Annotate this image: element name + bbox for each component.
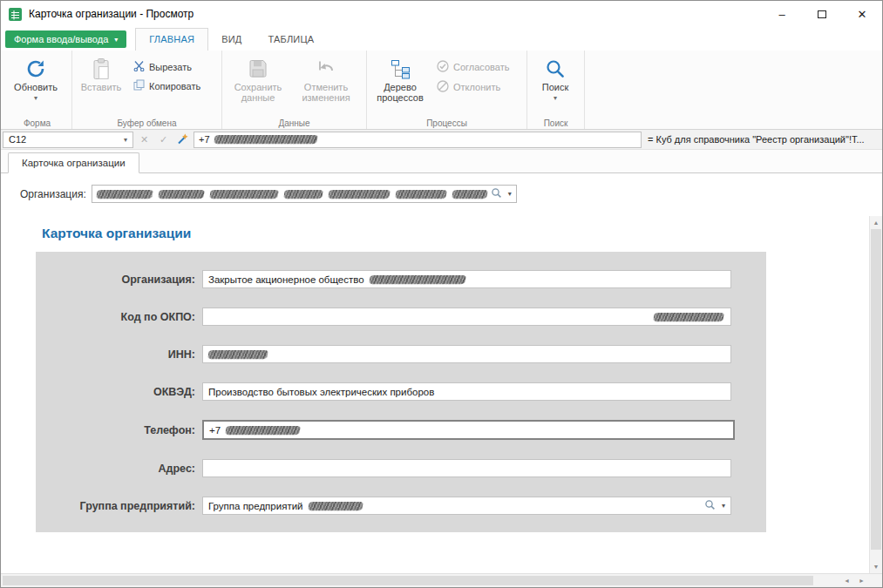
redacted-text <box>328 190 391 199</box>
process-small-buttons: Согласовать Отклонить <box>431 53 514 96</box>
close-button[interactable]: ✕ <box>842 1 882 27</box>
cell-value-prefix: +7 <box>199 134 210 145</box>
tab-glavnaya[interactable]: ГЛАВНАЯ <box>135 28 208 51</box>
paste-button: Вставить <box>74 53 128 95</box>
minimize-button[interactable]: – <box>762 1 802 27</box>
redacted-text <box>158 190 205 199</box>
title-bar: Карточка огранизации - Просмотр – ✕ <box>1 1 882 27</box>
save-icon <box>248 56 268 82</box>
group-label: Процессы <box>367 118 526 128</box>
tab-label: ГЛАВНАЯ <box>149 34 194 44</box>
button-label: Отменить изменения <box>295 82 357 103</box>
lookup-search-icon[interactable] <box>704 499 716 512</box>
process-tree-icon <box>389 56 411 82</box>
redacted-text <box>308 502 363 510</box>
okpo-field[interactable] <box>202 308 731 326</box>
search-icon <box>544 56 567 82</box>
field-label: Телефон: <box>36 424 202 436</box>
horizontal-scrollbar[interactable]: ◄ ► <box>1 573 882 587</box>
combo-controls: ▾ <box>704 499 725 512</box>
okved-field[interactable]: Производство бытовых электрических прибо… <box>202 382 731 401</box>
process-tree-button[interactable]: Дерево процессов <box>369 53 431 105</box>
combo-controls: ▾ <box>491 186 512 202</box>
window-controls: – ✕ <box>762 1 882 27</box>
confirm-entry-button[interactable]: ✓ <box>155 132 172 148</box>
search-button[interactable]: Поиск ▾ <box>529 53 581 106</box>
vertical-scroll-thumb[interactable] <box>871 229 881 550</box>
confirm-icon: ✓ <box>160 134 167 145</box>
address-field[interactable] <box>202 459 731 477</box>
vertical-scrollbar[interactable]: ▲ ▼ <box>869 216 882 573</box>
maximize-button[interactable] <box>802 1 842 27</box>
reject-icon <box>437 80 449 94</box>
reject-button: Отклонить <box>431 78 514 96</box>
scroll-down-icon: ▼ <box>873 564 880 570</box>
scroll-left-icon: ◄ <box>844 578 850 584</box>
scroll-left-button[interactable]: ◄ <box>839 574 854 587</box>
approve-icon <box>437 60 449 74</box>
organization-selector-row: Организация: ▾ <box>20 185 882 203</box>
close-icon: ✕ <box>858 8 867 21</box>
chevron-down-icon[interactable]: ▾ <box>722 502 725 510</box>
refresh-icon <box>24 56 47 82</box>
cancel-entry-button[interactable]: ✕ <box>136 132 153 148</box>
group-label: Данные <box>222 118 366 128</box>
organization-field[interactable]: Закрытое акционерное общество <box>202 270 731 288</box>
clipboard-small-buttons: Вырезать Копировать <box>128 53 206 94</box>
lookup-search-icon[interactable] <box>491 186 502 202</box>
window-title: Карточка огранизации - Просмотр <box>29 8 194 20</box>
refresh-button[interactable]: Обновить ▾ <box>4 53 67 106</box>
group-label: Форма <box>3 118 71 128</box>
app-menu-button[interactable]: Форма ввода/вывода ▾ <box>5 30 126 48</box>
button-label: Вырезать <box>149 62 192 72</box>
redacted-text <box>452 190 488 199</box>
button-label: Копировать <box>149 81 200 91</box>
scroll-down-button[interactable]: ▼ <box>870 560 882 573</box>
ribbon-group-processes: Дерево процессов Согласовать Отклонить П… <box>367 51 527 129</box>
cell-reference-box[interactable]: C12 ▾ <box>3 132 133 148</box>
tab-label: ВИД <box>221 34 241 44</box>
copy-button[interactable]: Копировать <box>128 78 206 94</box>
organization-selector-combo[interactable]: ▾ <box>92 185 517 203</box>
horizontal-scroll-controls: ◄ ► <box>839 574 869 587</box>
field-value: Производство бытовых электрических прибо… <box>208 387 434 397</box>
cell-formula-text: = Куб для справочника "Реестр организаци… <box>644 134 880 145</box>
insert-function-button[interactable] <box>174 132 191 148</box>
save-data-button: Сохранить данные <box>224 53 292 105</box>
scroll-up-button[interactable]: ▲ <box>870 216 882 229</box>
redacted-text <box>283 190 323 199</box>
scroll-right-icon: ► <box>859 578 865 584</box>
phone-field[interactable]: +7 <box>202 420 735 440</box>
ribbon: Обновить ▾ Форма Вставить Вырезать <box>1 51 882 130</box>
redacted-text <box>214 135 318 144</box>
form-panel: Организация: Закрытое акционерное общест… <box>36 252 766 532</box>
app-icon <box>8 7 23 22</box>
tab-label: ТАБЛИЦА <box>268 34 314 44</box>
field-value: +7 <box>209 425 221 436</box>
form-row: ОКВЭД: Производство бытовых электрически… <box>36 382 766 401</box>
redacted-text <box>96 190 153 199</box>
redacted-text <box>207 350 268 359</box>
scroll-right-button[interactable]: ► <box>854 574 869 587</box>
form-row: Телефон: +7 <box>36 420 766 440</box>
button-label: Сохранить данные <box>227 82 289 103</box>
minimize-icon: – <box>778 8 785 21</box>
undo-changes-button: Отменить изменения <box>292 53 360 105</box>
cell-value-input[interactable]: +7 <box>194 132 642 148</box>
button-label: Дерево процессов <box>371 82 429 103</box>
document-tab-strip: Карточка огранизации <box>1 150 882 173</box>
tab-vid[interactable]: ВИД <box>208 29 255 51</box>
inn-field[interactable] <box>202 345 731 363</box>
ribbon-group-data: Сохранить данные Отменить изменения Данн… <box>222 51 367 129</box>
document-tab-label: Карточка огранизации <box>22 158 126 168</box>
tab-tablitsa[interactable]: ТАБЛИЦА <box>255 29 327 51</box>
insert-function-icon <box>177 132 189 146</box>
field-value: Закрытое акционерное общество <box>208 274 364 285</box>
chevron-down-icon[interactable]: ▾ <box>508 190 512 198</box>
horizontal-scroll-thumb[interactable] <box>3 576 813 585</box>
redacted-text <box>369 275 466 284</box>
cut-button[interactable]: Вырезать <box>128 58 206 75</box>
enterprise-group-field[interactable]: Группа предприятий ▾ <box>202 497 731 515</box>
document-tab[interactable]: Карточка огранизации <box>8 152 139 173</box>
redacted-text <box>395 190 447 199</box>
